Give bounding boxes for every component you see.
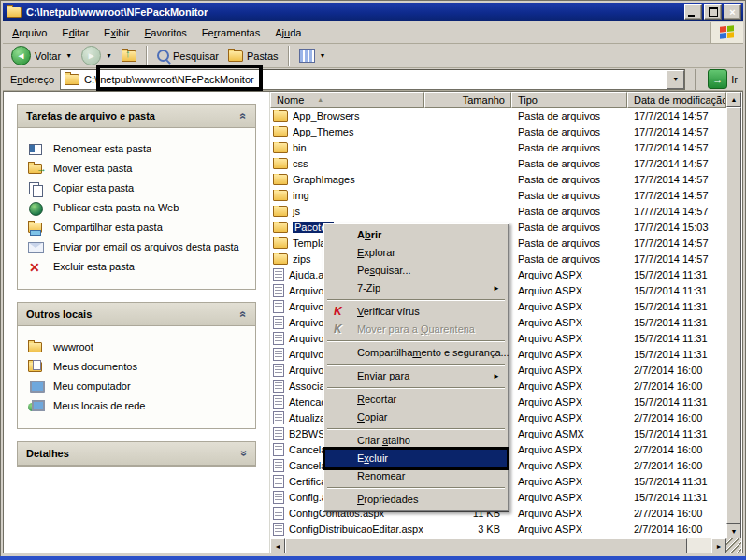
sidebar-item-meu-computador[interactable]: Meu computador — [28, 380, 250, 394]
forward-button[interactable]: ► ▼ — [78, 45, 116, 67]
address-combo[interactable]: C:\Inetpub\wwwroot\NFePackMonitor ▼ — [60, 69, 685, 90]
window-folder-icon — [7, 7, 22, 18]
task-sidebar: Tarefas de arquivo e pasta«Renomear esta… — [4, 92, 270, 553]
context-menu-item-verificar-vi-rus[interactable]: KVerificar vírus — [325, 303, 507, 321]
sidebar-item-compartilhar-esta-pasta[interactable]: Compartilhar esta pasta — [28, 221, 250, 235]
file-icon — [273, 523, 284, 536]
pane-header-outros-locais[interactable]: Outros locais« — [18, 303, 255, 326]
search-button[interactable]: Pesquisar — [153, 45, 222, 67]
back-icon: ◄ — [11, 46, 31, 65]
file-date-cell: 17/7/2014 14:57 — [627, 110, 726, 122]
sidebar-item-enviar-por-email-os-arquivos-desta-pasta[interactable]: Enviar por email os arquivos desta pasta — [28, 240, 250, 254]
menu-editar[interactable]: Editar — [54, 24, 96, 41]
rename-icon — [28, 142, 45, 156]
chevron-up-icon[interactable]: « — [239, 311, 249, 318]
go-arrow-icon: → — [708, 69, 727, 89]
context-menu-item-recortar[interactable]: Recortar — [325, 391, 507, 409]
horizontal-scroll-thumb[interactable] — [285, 538, 687, 553]
back-dropdown-icon[interactable]: ▼ — [65, 52, 72, 59]
toolbar: ◄ Voltar ▼ ► ▼ ↑ Pesquisar Pastas ▼ — [3, 44, 743, 68]
pane-title: Detalhes — [26, 448, 69, 459]
column-header-tamanho[interactable]: Tamanho — [424, 92, 511, 108]
context-menu-item-compartilhamento-e-seguranc-a[interactable]: Compartilhamento e segurança... — [325, 344, 507, 362]
table-row[interactable]: imgPasta de arquivos17/7/2014 14:57 — [270, 187, 726, 203]
context-menu-item-criar-atalho[interactable]: Criar atalho — [325, 432, 507, 450]
context-menu-item-propriedades[interactable]: Propriedades — [325, 491, 507, 509]
pane-header-tarefas-de-arquivo-e-pasta[interactable]: Tarefas de arquivo e pasta« — [18, 105, 255, 128]
table-row[interactable]: GraphImagesPasta de arquivos17/7/2014 14… — [270, 171, 726, 187]
table-row[interactable]: binPasta de arquivos17/7/2014 14:57 — [270, 139, 726, 155]
menu-ajuda[interactable]: Ajuda — [267, 24, 308, 41]
address-dropdown-button[interactable]: ▼ — [667, 70, 684, 89]
context-menu-item-explorar[interactable]: Explorar — [325, 244, 507, 262]
publish-icon — [28, 201, 45, 215]
sidebar-item-meus-documentos[interactable]: Meus documentos — [28, 360, 250, 374]
close-button[interactable]: × — [724, 4, 741, 20]
column-label: Tamanho — [463, 94, 505, 106]
maximize-button[interactable] — [704, 4, 722, 20]
chevron-down-icon[interactable]: « — [239, 451, 249, 457]
table-row[interactable]: App_BrowsersPasta de arquivos17/7/2014 1… — [270, 108, 726, 123]
sidebar-item-meus-locais-de-rede[interactable]: Meus locais de rede — [28, 399, 250, 413]
column-header-data-de-modificac-a-o[interactable]: Data de modificação — [627, 92, 726, 108]
horizontal-scrollbar[interactable]: ◄ ► — [270, 538, 726, 553]
menu-separator — [327, 487, 505, 489]
minimize-button[interactable] — [684, 4, 702, 20]
sidebar-item-wwwroot[interactable]: wwwroot — [28, 340, 250, 354]
context-menu-item-enviar-para[interactable]: Enviar para► — [325, 367, 507, 385]
context-menu-item-renomear[interactable]: Renomear — [325, 467, 507, 485]
sort-asc-icon: ▲ — [317, 96, 323, 103]
go-button[interactable]: → Ir — [706, 68, 739, 91]
file-type-cell: Arquivo ASMX — [511, 428, 627, 439]
context-menu-item-excluir-annotated[interactable]: Excluir — [325, 450, 507, 467]
address-input[interactable]: C:\Inetpub\wwwroot\NFePackMonitor — [84, 74, 254, 85]
table-row[interactable]: jsPasta de arquivos17/7/2014 14:57 — [270, 203, 726, 219]
horizontal-scroll-track[interactable] — [687, 538, 711, 553]
views-dropdown-icon[interactable]: ▼ — [320, 52, 326, 59]
views-button[interactable]: ▼ — [295, 45, 330, 67]
sidebar-item-label: Excluir esta pasta — [53, 260, 135, 272]
scroll-left-button[interactable]: ◄ — [270, 538, 285, 553]
back-button[interactable]: ◄ Voltar ▼ — [7, 45, 76, 67]
sidebar-item-label: wwwroot — [53, 340, 93, 352]
up-folder-icon: ↑ — [122, 50, 136, 62]
context-menu-item-mover-para-a-quarentena[interactable]: KMover para a Quarentena — [325, 321, 507, 338]
sidebar-item-excluir-esta-pasta[interactable]: ✕Excluir esta pasta — [28, 260, 250, 274]
column-header-tipo[interactable]: Tipo — [511, 92, 627, 108]
context-menu-item-7-zip[interactable]: 7-Zip► — [325, 280, 507, 297]
network-icon — [28, 399, 45, 413]
context-menu-item-copiar[interactable]: Copiar — [325, 409, 507, 426]
scroll-up-button[interactable]: ▲ — [726, 92, 741, 107]
file-type-cell: Arquivo ASPX — [511, 508, 627, 519]
menu-arquivo[interactable]: Arquivo — [5, 24, 54, 41]
chevron-up-icon[interactable]: « — [239, 113, 249, 120]
column-label: Nome — [277, 94, 304, 106]
menu-favoritos[interactable]: Favoritos — [137, 24, 194, 41]
up-button[interactable]: ↑ — [118, 45, 140, 67]
context-menu-item-pesquisar[interactable]: Pesquisar... — [325, 262, 507, 280]
resize-grip[interactable] — [726, 538, 741, 553]
context-menu-item-abrir[interactable]: Abrir — [325, 226, 507, 244]
pane-header-detalhes[interactable]: Detalhes« — [18, 442, 255, 466]
file-name-cell: App_Browsers — [270, 110, 424, 122]
file-type-cell: Pasta de arquivos — [511, 110, 627, 122]
folders-button[interactable]: Pastas — [224, 45, 282, 67]
table-row[interactable]: ConfigDistribuicaoEditar.aspx3 KBArquivo… — [270, 521, 726, 537]
vertical-scrollbar[interactable]: ▲ ▼ — [726, 92, 741, 538]
menu-ferramentas[interactable]: Ferramentas — [194, 24, 267, 41]
scroll-down-button[interactable]: ▼ — [726, 524, 741, 538]
menu-exibir[interactable]: Exibir — [96, 24, 137, 41]
table-row[interactable]: cssPasta de arquivos17/7/2014 14:57 — [270, 155, 726, 171]
file-type-cell: Arquivo ASPX — [511, 285, 627, 296]
file-icon — [273, 395, 284, 409]
sidebar-item-publicar-esta-pasta-na-web[interactable]: Publicar esta pasta na Web — [28, 201, 250, 215]
scroll-right-button[interactable]: ► — [711, 538, 726, 553]
vertical-scroll-thumb[interactable] — [726, 107, 741, 524]
sidebar-item-copiar-esta-pasta[interactable]: Copiar esta pasta — [28, 181, 250, 195]
column-header-nome[interactable]: Nome▲ — [270, 92, 424, 108]
forward-dropdown-icon[interactable]: ▼ — [106, 52, 112, 59]
sidebar-item-renomear-esta-pasta[interactable]: Renomear esta pasta — [28, 142, 250, 156]
sidebar-item-mover-esta-pasta[interactable]: →Mover esta pasta — [28, 162, 250, 176]
table-row[interactable]: App_ThemesPasta de arquivos17/7/2014 14:… — [270, 123, 726, 139]
table-row[interactable]: ConfigEditarContato.aspx9 KBArquivo ASPX… — [270, 537, 726, 538]
